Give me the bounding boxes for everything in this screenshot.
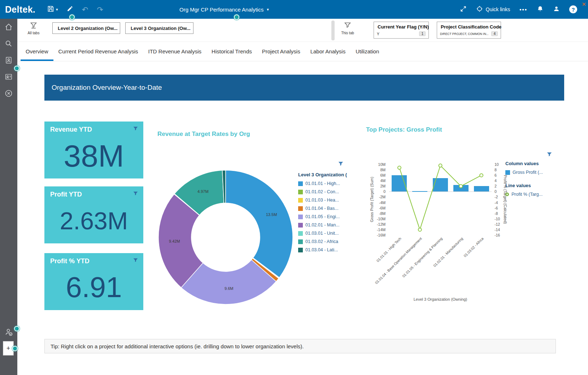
filter-icon[interactable] [338, 161, 344, 168]
legend-label: 01.01.03 - Hea... [305, 198, 339, 203]
legend-item[interactable]: 01.01.01 - High... [298, 181, 354, 186]
combo-legend: Column values Gross Profit (... Line val… [505, 161, 570, 200]
home-icon[interactable] [0, 19, 17, 35]
user-profile-button[interactable] [553, 5, 560, 14]
axis-tick: -6 [495, 206, 498, 210]
axis-tick: -16 [495, 233, 500, 237]
bar-series-label: Gross Profit (... [513, 170, 543, 175]
legend-swatch [298, 215, 303, 219]
donut-segment[interactable] [226, 170, 293, 278]
search-icon[interactable] [0, 35, 17, 52]
approvals-icon[interactable] [0, 324, 17, 340]
filter-icon[interactable] [133, 126, 138, 133]
notifications-button[interactable] [537, 5, 544, 14]
expand-icon[interactable] [460, 5, 467, 14]
funnel-icon [344, 24, 351, 30]
filter-current-year-flag[interactable]: Current Year Flag (Y/N) Y 1 [374, 22, 429, 39]
filter-title: Current Year Flag (Y/N) [374, 22, 428, 31]
gross-profit-combo-chart: Top Projects: Gross Profit Gross Profit … [366, 126, 575, 317]
legend-item[interactable]: 01.01.04 - Bas... [298, 206, 354, 211]
filter-chip-level3-org[interactable]: Level 3 Organization (Ow... [125, 22, 193, 34]
line-marker[interactable] [398, 166, 401, 169]
hint-dot[interactable] [15, 327, 19, 331]
filter-icon[interactable] [546, 151, 552, 159]
topbar-actions: Quick links ••• ? [460, 0, 577, 19]
axis-tick: -6M [379, 206, 386, 210]
hint-dot[interactable] [13, 347, 17, 350]
legend-item[interactable]: Profit % (Targ... [505, 192, 570, 197]
left-axis-ticks: 10M8M6M4M2M0-2M-4M-6M-8M-10M-12M-14M-16M [374, 164, 387, 235]
tools-icon[interactable] [0, 85, 17, 102]
axis-tick: 0 [383, 189, 386, 194]
edit-button[interactable] [67, 5, 73, 13]
filter-count-badge: 1 [419, 31, 426, 36]
dashboard-selector[interactable]: Org Mgr CP Performance Analytics ▾ [179, 0, 269, 19]
legend-label: 01.01.04 - Bas... [305, 206, 339, 211]
filter-icon[interactable] [133, 191, 138, 198]
tab-utilization[interactable]: Utilization [350, 48, 384, 61]
tab-overview[interactable]: Overview [21, 48, 53, 61]
all-tabs-filter-button[interactable]: All tabs [22, 22, 45, 35]
legend-item[interactable]: 01.01.03 - Hea... [298, 198, 354, 203]
legend-swatch [298, 239, 303, 244]
legend-swatch [298, 223, 303, 228]
legend-item[interactable]: 01.02.01 - Man... [298, 222, 354, 228]
contacts-icon[interactable] [0, 69, 17, 85]
legend-item[interactable]: 01.03.01 - Unit... [298, 231, 354, 236]
legend-item[interactable]: 01.03.02 - Africa [298, 239, 354, 244]
kpi-value: 6.91 [44, 266, 143, 309]
legend-item[interactable]: 01.01.02 - Con... [298, 189, 354, 194]
funnel-icon [30, 24, 37, 30]
tab-current-period-revenue-analysis[interactable]: Current Period Revenue Analysis [53, 48, 143, 61]
dashboard-title: Org Mgr CP Performance Analytics [179, 6, 263, 13]
hint-dot[interactable] [70, 15, 74, 19]
line-marker[interactable] [439, 164, 442, 167]
legend-item[interactable]: 01.03.04 - Lati... [298, 247, 354, 252]
add-button[interactable]: + [3, 341, 14, 356]
axis-tick: 10M [378, 162, 386, 167]
legend-swatch [298, 190, 303, 194]
axis-tick: 2 [495, 184, 497, 188]
line-marker[interactable] [459, 185, 462, 188]
x-axis-title: Level 3 Organization (Owning) [384, 297, 497, 301]
save-button[interactable]: ▾ [47, 5, 58, 14]
roster-icon[interactable] [0, 52, 17, 69]
axis-tick: 4 [495, 178, 497, 183]
combo-plot-area [389, 164, 492, 235]
axis-tick: 10 [495, 162, 499, 167]
line-marker[interactable] [418, 228, 422, 231]
tab-itd-revenue-analysis[interactable]: ITD Revenue Analysis [143, 48, 206, 61]
redo-icon: ↷ [97, 6, 103, 13]
hint-dot[interactable] [235, 15, 239, 19]
tab-project-analysis[interactable]: Project Analysis [257, 48, 305, 61]
axis-tick: -4 [495, 200, 498, 205]
hint-dot[interactable] [15, 66, 19, 70]
axis-tick: -8 [495, 211, 498, 216]
quick-links-button[interactable]: Quick links [476, 5, 510, 13]
revenue-donut-chart: 13.5M9.6M9.42M4.97M [156, 168, 295, 306]
axis-tick: -14M [377, 228, 386, 232]
axis-tick: -16M [377, 233, 386, 237]
tab-historical-trends[interactable]: Historical Trends [206, 48, 257, 61]
filter-chip-level2-org[interactable]: Level 2 Organization (Ow... [52, 22, 120, 34]
topbar: Deltek. ▾ ↶ ↷ Org Mgr CP Performance Ana… [0, 0, 588, 19]
filter-project-classification[interactable]: Project Classification Code DIRECT PROJE… [437, 22, 501, 39]
this-tab-filter-button[interactable]: This tab [336, 22, 359, 35]
more-menu-button[interactable]: ••• [519, 6, 527, 13]
help-button[interactable]: ? [569, 5, 577, 13]
legend-swatch [298, 181, 303, 186]
redo-button[interactable]: ↷ [97, 6, 103, 13]
close-icon[interactable]: ✕ [582, 1, 586, 8]
line-marker[interactable] [480, 174, 483, 177]
legend-item[interactable]: 01.01.05 - Engi... [298, 214, 354, 219]
undo-button[interactable]: ↶ [82, 6, 88, 13]
line-series-label: Profit % (Targ... [511, 192, 543, 197]
axis-tick: 2M [380, 184, 386, 188]
filter-section-divider [331, 21, 335, 40]
axis-tick: -2M [379, 195, 386, 199]
filter-icon[interactable] [133, 257, 138, 264]
kpi-card-profit-ytd: Profit YTD 2.63M [44, 186, 143, 243]
legend-item[interactable]: Gross Profit (... [505, 170, 570, 175]
tab-labor-analysis[interactable]: Labor Analysis [305, 48, 351, 61]
pencil-icon [67, 5, 73, 13]
